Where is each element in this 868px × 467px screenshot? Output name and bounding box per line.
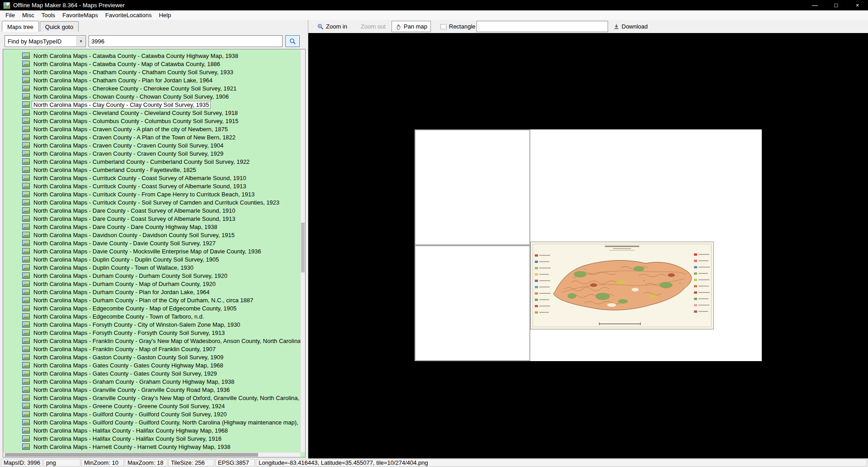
chevron-down-icon[interactable]: ▼ — [76, 36, 85, 46]
maximize-button[interactable]: □ — [826, 0, 847, 10]
menu-help[interactable]: Help — [155, 11, 175, 19]
tree-item[interactable]: North Carolina Maps - Chatham County - C… — [22, 68, 300, 76]
tree-item[interactable]: North Carolina Maps - Halifax County - H… — [22, 426, 300, 434]
zoom-out-label: Zoom out — [361, 23, 386, 30]
tree-item[interactable]: North Carolina Maps - Craven County - Cr… — [22, 141, 300, 149]
tree-item[interactable]: North Carolina Maps - Currituck County -… — [22, 198, 300, 206]
map-icon — [22, 281, 30, 287]
tree-item[interactable]: North Carolina Maps - Forsyth County - F… — [22, 329, 300, 337]
tree-item[interactable]: North Carolina Maps - Currituck County -… — [22, 182, 300, 190]
tree-item[interactable]: North Carolina Maps - Currituck County -… — [22, 190, 300, 198]
tree-item[interactable]: North Carolina Maps - Currituck County -… — [22, 174, 300, 182]
tree-item[interactable]: North Carolina Maps - Harnett County - H… — [22, 443, 300, 451]
app-window: Offline Map Maker 8.364 - Maps Previewer… — [0, 0, 868, 467]
zoom-out-button[interactable]: Zoom out — [357, 21, 389, 32]
tree-item[interactable]: North Carolina Maps - Franklin County - … — [22, 345, 300, 353]
map-icon — [22, 207, 30, 214]
tree-item[interactable]: North Carolina Maps - Dare County - Coas… — [22, 214, 300, 223]
tree-item[interactable]: North Carolina Maps - Dare County - Coas… — [22, 206, 300, 214]
map-icon — [22, 354, 30, 360]
tree-item-label: North Carolina Maps - Davie County - Moc… — [32, 248, 262, 255]
menu-favoritemaps[interactable]: FavoriteMaps — [59, 11, 102, 19]
tree-item[interactable]: North Carolina Maps - Cleveland County -… — [22, 109, 300, 117]
tree-item[interactable]: North Carolina Maps - Gates County - Gat… — [22, 369, 300, 377]
tree-item-label: North Carolina Maps - Granville County -… — [32, 386, 231, 393]
map-icon — [22, 427, 30, 434]
tree-item[interactable]: North Carolina Maps - Davidson County - … — [22, 231, 300, 239]
tree-vertical-scrollbar[interactable] — [300, 49, 305, 452]
tree-item-label: North Carolina Maps - Halifax County - H… — [32, 427, 229, 434]
main-area: Maps tree Quick goto Find by MapsTypeID … — [0, 20, 868, 458]
tree-item[interactable]: North Carolina Maps - Granville County -… — [22, 394, 300, 402]
tree-item[interactable]: North Carolina Maps - Davie County - Moc… — [22, 247, 300, 255]
toolbar-coordinates-input[interactable] — [476, 21, 608, 32]
tree-item[interactable]: North Carolina Maps - Gaston County - Ga… — [22, 353, 300, 361]
status-format: png — [43, 459, 80, 467]
tab-quick-goto[interactable]: Quick goto — [40, 21, 79, 32]
search-input[interactable] — [89, 35, 283, 47]
tree-item[interactable]: North Carolina Maps - Granville County -… — [22, 386, 300, 394]
map-icon — [22, 142, 30, 148]
tree-item[interactable]: North Carolina Maps - Craven County - A … — [22, 133, 300, 141]
tree-item[interactable]: North Carolina Maps - Forsyth County - C… — [22, 320, 300, 329]
tree-item[interactable]: North Carolina Maps - Guilford County - … — [22, 418, 300, 426]
tree-item[interactable]: North Carolina Maps - Halifax County - H… — [22, 434, 300, 443]
rectangle-label: Rectangle — [449, 23, 476, 30]
tree-item[interactable]: North Carolina Maps - Franklin County - … — [22, 337, 300, 345]
tree-item-label: North Carolina Maps - Chatham County - P… — [32, 77, 214, 84]
tree-item[interactable]: North Carolina Maps - Clay County - Clay… — [22, 100, 300, 109]
tree-item[interactable]: North Carolina Maps - Catawba County - M… — [22, 60, 300, 68]
tree-item[interactable]: North Carolina Maps - Chowan County - Ch… — [22, 92, 300, 100]
tree-item[interactable]: North Carolina Maps - Guilford County - … — [22, 410, 300, 418]
tree-item[interactable]: North Carolina Maps - Gates County - Gat… — [22, 361, 300, 369]
tree-item[interactable]: North Carolina Maps - Durham County - Du… — [22, 272, 300, 280]
tree-item[interactable]: North Carolina Maps - Duplin County - Du… — [22, 255, 300, 263]
tree-item[interactable]: North Carolina Maps - Durham County - Ma… — [22, 280, 300, 288]
tree-item[interactable]: North Carolina Maps - Edgecombe County -… — [22, 304, 300, 312]
find-by-dropdown[interactable]: Find by MapsTypeID ▼ — [5, 35, 86, 47]
tree-item[interactable]: North Carolina Maps - Craven County - Cr… — [22, 149, 300, 157]
search-button[interactable] — [285, 35, 300, 47]
download-button[interactable]: Download — [610, 21, 651, 32]
tree-item[interactable]: North Carolina Maps - Davie County - Dav… — [22, 239, 300, 247]
map-viewer[interactable] — [308, 33, 868, 458]
tree-item[interactable]: North Carolina Maps - Cherokee County - … — [22, 84, 300, 92]
menu-file[interactable]: File — [2, 11, 19, 19]
menu-tools[interactable]: Tools — [38, 11, 59, 19]
minimize-button[interactable]: — — [804, 0, 826, 10]
tree-item[interactable]: North Carolina Maps - Durham County - Pl… — [22, 288, 300, 296]
tree-item[interactable]: North Carolina Maps - Dare County - Dare… — [22, 223, 300, 231]
tree-item[interactable]: North Carolina Maps - Edgecombe County -… — [22, 312, 300, 320]
tree-horizontal-scrollbar[interactable] — [3, 452, 300, 457]
map-preview-image — [530, 242, 714, 329]
menu-misc[interactable]: Misc — [19, 11, 38, 19]
close-button[interactable]: × — [847, 0, 868, 10]
vertical-scrollbar-thumb[interactable] — [301, 223, 305, 272]
tab-maps-tree[interactable]: Maps tree — [2, 21, 39, 32]
search-row: Find by MapsTypeID ▼ — [0, 33, 308, 49]
map-tile-empty — [415, 129, 530, 245]
tree-item[interactable]: North Carolina Maps - Craven County - A … — [22, 125, 300, 133]
status-position: Longitude=-83.416443, Latitude=35.455077… — [256, 459, 867, 467]
tree-item[interactable]: North Carolina Maps - Greene County - Gr… — [22, 402, 300, 410]
menu-favoritelocations[interactable]: FavoriteLocations — [102, 11, 156, 19]
tree-item[interactable]: North Carolina Maps - Cumberland County … — [22, 166, 300, 174]
tree-item[interactable]: North Carolina Maps - Chatham County - P… — [22, 76, 300, 84]
horizontal-scrollbar-thumb[interactable] — [5, 453, 258, 457]
tree-item[interactable]: North Carolina Maps - Columbus County - … — [22, 117, 300, 125]
zoom-in-button[interactable]: Zoom in — [314, 21, 351, 32]
tree-item-label: North Carolina Maps - Durham County - Du… — [32, 272, 229, 279]
pan-map-button[interactable]: Pan map — [392, 21, 431, 32]
tree-item-label: North Carolina Maps - Durham County - Pl… — [32, 297, 255, 304]
tree-item[interactable]: North Carolina Maps - Catawba County - C… — [22, 52, 300, 60]
map-icon — [22, 224, 30, 230]
tree-item[interactable]: North Carolina Maps - Durham County - Pl… — [22, 296, 300, 304]
tree-item[interactable]: North Carolina Maps - Graham County - Gr… — [22, 377, 300, 386]
tree-item[interactable]: North Carolina Maps - Duplin County - To… — [22, 263, 300, 272]
tree-item-label: North Carolina Maps - Dare County - Coas… — [32, 215, 237, 222]
map-icon — [22, 191, 30, 197]
tree-item[interactable]: North Carolina Maps - Cumberland County … — [22, 157, 300, 166]
tree-item-label: North Carolina Maps - Craven County - Cr… — [32, 142, 225, 149]
status-max-zoom: MaxZoom: 18 — [125, 459, 167, 467]
rectangle-button[interactable]: Rectangle — [437, 21, 479, 32]
